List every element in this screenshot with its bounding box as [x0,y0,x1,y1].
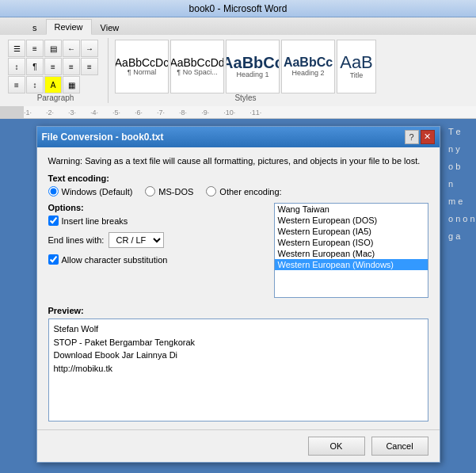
list-number-btn[interactable]: ≡ [26,40,44,57]
pilcrow-btn[interactable]: ¶ [26,58,44,75]
shading-btn[interactable]: A [44,76,62,93]
encoding-list[interactable]: Wang Taiwan Western European (DOS) Weste… [274,203,428,298]
options-section: Options: Insert line breaks [48,203,266,226]
ruler: ·1· ·2· ·3· ·4· ·5· ·6· ·7· ·8· ·9· ·10·… [0,106,476,119]
tab-view[interactable]: View [92,19,128,35]
preview-line-3: STOP - Paket Bergambar Tengkorak [54,336,423,349]
encoding-windows-option[interactable]: Windows (Default) [48,186,133,196]
dialog-close-button[interactable]: ✕ [421,130,435,144]
endlines-dropdown[interactable]: CR / LF CR only LF only [109,232,164,248]
allow-substitution-option[interactable]: Allow character substitution [48,254,266,265]
warning-message: Warning: Saving as a text file will caus… [48,155,428,167]
encoding-western-windows[interactable]: Western European (Windows) [275,259,428,270]
preview-line-6: Download Ebook Jar Lainnya Di [54,349,423,362]
encoding-other-radio[interactable] [206,186,216,196]
styles-group-label: Styles [234,93,256,102]
preview-label: Preview: [48,306,428,315]
dialog-help-button[interactable]: ? [405,130,419,144]
dialog-title: File Conversion - book0.txt [42,132,164,143]
allow-substitution-checkbox[interactable] [48,254,59,265]
preview-line-1: Stefan Wolf [54,322,423,336]
encoding-western-mac[interactable]: Western European (Mac) [275,248,428,259]
style-no-spacing[interactable]: AaBbCcDd ¶ No Spaci... [170,40,224,93]
paragraph-group-label: Paragraph [37,93,74,102]
encoding-other-option[interactable]: Other encoding: [206,186,281,196]
tab-review[interactable]: Review [46,19,92,35]
insert-linebreaks-checkbox[interactable] [48,216,59,226]
align-right-btn[interactable]: ≡ [81,58,98,75]
style-heading1[interactable]: AaBbCc Heading 1 [226,40,280,93]
border-btn[interactable]: ▦ [63,76,80,93]
encoding-windows-radio[interactable] [48,186,59,196]
ribbon-tabs: s Review View [0,17,476,35]
preview-line-8: http://mobiku.tk [54,362,423,376]
preview-section: Preview: Stefan Wolf STOP - Paket Bergam… [48,306,428,422]
paragraph-group: ☰ ≡ ▤ ← → ↕ ¶ ≡ ≡ ≡ ≡ ↕ A ▦ Paragraph [3,38,109,103]
dialog-body: Warning: Saving as a text file will caus… [37,147,440,429]
ok-button[interactable]: OK [308,437,365,456]
encoding-western-ia5[interactable]: Western European (IA5) [275,226,428,237]
cancel-button[interactable]: Cancel [371,437,428,456]
encoding-msdos-radio[interactable] [145,186,155,196]
indent-more-btn[interactable]: → [81,40,98,57]
sort-btn[interactable]: ↕ [8,58,25,75]
align-center-btn[interactable]: ≡ [63,58,80,75]
tab-s[interactable]: s [24,19,46,35]
dialog-footer: OK Cancel [37,429,440,462]
dialog-main-content: Options: Insert line breaks End lines wi… [48,203,428,298]
align-left-btn[interactable]: ≡ [44,58,62,75]
app-title: book0 - Microsoft Word [189,3,288,14]
endlines-row: End lines with: CR / LF CR only LF only [48,232,266,248]
styles-group: AaBbCcDc ¶ Normal AaBbCcDd ¶ No Spaci...… [110,38,381,103]
encoding-western-iso[interactable]: Western European (ISO) [275,237,428,248]
style-title[interactable]: AaB Title [337,40,376,93]
align-justify-btn[interactable]: ≡ [8,76,25,93]
style-normal[interactable]: AaBbCcDc ¶ Normal [115,40,169,93]
file-conversion-dialog: File Conversion - book0.txt ? ✕ Warning:… [36,126,440,463]
indent-less-btn[interactable]: ← [63,40,80,57]
options-label: Options: [48,203,266,212]
encoding-msdos-option[interactable]: MS-DOS [145,186,193,196]
list-multi-btn[interactable]: ▤ [44,40,62,57]
dialog-left-column: Options: Insert line breaks End lines wi… [48,203,266,298]
line-spacing-btn[interactable]: ↕ [26,76,44,93]
insert-linebreaks-option[interactable]: Insert line breaks [48,216,266,226]
document-area: T e n y o b n m e o n o n g a File Conve… [0,119,476,470]
encoding-wang-taiwan[interactable]: Wang Taiwan [275,204,428,215]
ribbon-content: ☰ ≡ ▤ ← → ↕ ¶ ≡ ≡ ≡ ≡ ↕ A ▦ Paragraph Aa… [0,35,476,106]
encoding-western-dos[interactable]: Western European (DOS) [275,215,428,226]
encoding-options-row: Windows (Default) MS-DOS Other encoding: [48,186,428,196]
dialog-title-bar: File Conversion - book0.txt ? ✕ [37,127,440,147]
style-heading2[interactable]: AaBbCc Heading 2 [281,40,335,93]
text-encoding-label: Text encoding: [48,174,428,183]
lower-doc-area: h a n y a s e d i k i t o r a n g y a n … [0,470,476,473]
title-bar: book0 - Microsoft Word [0,0,476,17]
preview-box: Stefan Wolf STOP - Paket Bergambar Tengk… [48,319,428,422]
list-bullet-btn[interactable]: ☰ [8,40,25,57]
dialog-overlay: File Conversion - book0.txt ? ✕ Warning:… [0,119,476,470]
